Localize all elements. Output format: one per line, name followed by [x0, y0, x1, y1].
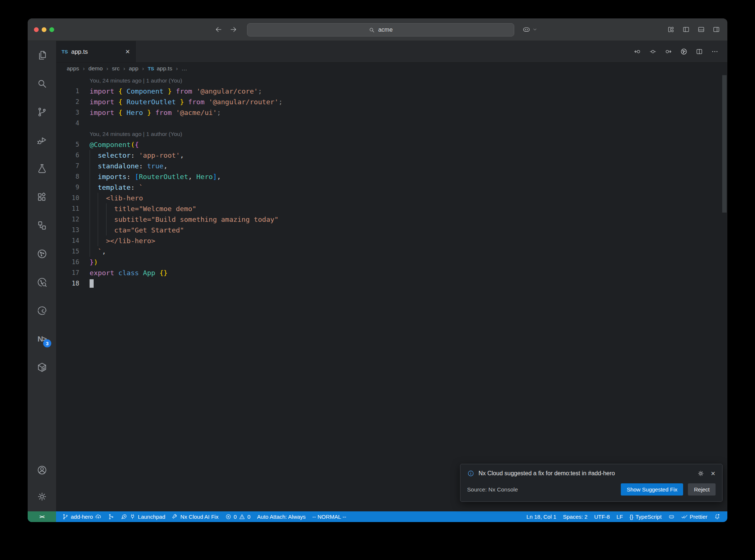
- show-suggested-fix-button[interactable]: Show Suggested Fix: [621, 483, 683, 496]
- status-encoding[interactable]: UTF-8: [591, 511, 613, 522]
- line-number[interactable]: 1: [56, 86, 79, 97]
- line-number[interactable]: 18: [56, 278, 79, 289]
- activity-item-testing[interactable]: [28, 154, 56, 183]
- breadcrumb-item[interactable]: apps: [67, 65, 79, 72]
- status-language-mode[interactable]: {}TypeScript: [626, 511, 665, 522]
- activity-item-source-control[interactable]: [28, 98, 56, 126]
- more-actions-button[interactable]: [711, 48, 719, 55]
- back-button[interactable]: [215, 26, 222, 33]
- activity-item-containers[interactable]: [28, 353, 56, 381]
- code-line[interactable]: 7 standalone: true,: [56, 161, 727, 171]
- status-eol[interactable]: LF: [613, 511, 626, 522]
- code-line[interactable]: 17export class App {}: [56, 267, 727, 278]
- status-git-graph[interactable]: [105, 511, 118, 522]
- notification-close-icon[interactable]: ✕: [711, 470, 716, 477]
- status-notifications-bell[interactable]: [711, 511, 724, 522]
- customize-layout-button[interactable]: [667, 26, 675, 33]
- toggle-secondary-sidebar-button[interactable]: [713, 26, 720, 33]
- status-auto-attach[interactable]: Auto Attach: Always: [254, 511, 309, 522]
- code-line[interactable]: 12 subtitle="Build something amazing tod…: [56, 214, 727, 225]
- code-line[interactable]: 3import { Hero } from '@acme/ui';: [56, 107, 727, 118]
- code-line[interactable]: 13 cta="Get Started": [56, 225, 727, 235]
- activity-item-edge-devtools[interactable]: [28, 296, 56, 325]
- line-number[interactable]: 10: [56, 193, 79, 203]
- line-number[interactable]: 6: [56, 150, 79, 161]
- activity-item-nx-console[interactable]: N>3: [28, 325, 56, 353]
- code-line[interactable]: 1import { Component } from '@angular/cor…: [56, 86, 727, 97]
- activity-item-nx-graph[interactable]: [28, 239, 56, 268]
- line-number[interactable]: 7: [56, 161, 79, 171]
- line-number[interactable]: 16: [56, 257, 79, 267]
- code-line[interactable]: 2import { RouterOutlet } from '@angular/…: [56, 97, 727, 107]
- code-line[interactable]: 11 title="Welcmoe demo": [56, 203, 727, 214]
- line-number[interactable]: 11: [56, 203, 79, 214]
- line-number[interactable]: 15: [56, 246, 79, 257]
- line-number[interactable]: 4: [56, 118, 79, 129]
- breadcrumb-tail[interactable]: …: [181, 65, 187, 72]
- code-line[interactable]: 4: [56, 118, 727, 129]
- forward-button[interactable]: [230, 26, 237, 33]
- scrollbar-thumb[interactable]: [722, 75, 727, 213]
- code-token: [90, 205, 114, 213]
- split-editor-button[interactable]: [696, 48, 703, 55]
- code-line[interactable]: 5@Component({: [56, 139, 727, 150]
- code-line[interactable]: 6 selector: 'app-root',: [56, 150, 727, 161]
- line-number[interactable]: 14: [56, 235, 79, 246]
- status-git-branch-add-hero[interactable]: add-hero: [59, 511, 105, 522]
- zoom-button[interactable]: [49, 27, 54, 32]
- close-tab-icon[interactable]: ✕: [125, 48, 130, 55]
- status-cursor-position[interactable]: Ln 18, Col 1: [523, 511, 560, 522]
- code-line[interactable]: 14 ></lib-hero>: [56, 235, 727, 246]
- status-vim-mode[interactable]: -- NORMAL --: [309, 511, 349, 522]
- navigate-forward-button[interactable]: [665, 48, 672, 55]
- activity-item-explorer[interactable]: [28, 41, 56, 69]
- line-number[interactable]: 12: [56, 214, 79, 225]
- line-number[interactable]: 17: [56, 267, 79, 278]
- close-button[interactable]: [34, 27, 39, 32]
- breadcrumb-item[interactable]: src: [112, 65, 120, 72]
- toggle-primary-sidebar-button[interactable]: [682, 26, 690, 33]
- activity-item-run-and-debug[interactable]: [28, 126, 56, 154]
- command-center-search[interactable]: acme: [247, 23, 514, 36]
- code-line[interactable]: 10 <lib-hero: [56, 193, 727, 203]
- status-prettier[interactable]: Prettier: [678, 511, 711, 522]
- code-editor[interactable]: You, 24 minutes ago | 1 author (You)1imp…: [56, 74, 727, 511]
- navigate-back-button[interactable]: [634, 48, 641, 55]
- line-number[interactable]: 2: [56, 97, 79, 107]
- line-number[interactable]: 5: [56, 139, 79, 150]
- breadcrumb-item[interactable]: demo: [88, 65, 103, 72]
- toggle-panel-button[interactable]: [697, 26, 705, 33]
- code-line[interactable]: 9 template: `: [56, 182, 727, 193]
- activity-item-project-hierarchy[interactable]: [28, 211, 56, 239]
- code-token: [90, 173, 98, 181]
- breadcrumb-file[interactable]: TSapp.ts: [148, 65, 173, 72]
- line-number[interactable]: 3: [56, 107, 79, 118]
- copilot-menu-button[interactable]: [522, 25, 537, 34]
- notification-settings-gear-icon[interactable]: [697, 470, 704, 477]
- breadcrumb-item[interactable]: app: [129, 65, 139, 72]
- current-position-button[interactable]: [649, 48, 657, 55]
- code-line[interactable]: 8 imports: [RouterOutlet, Hero],: [56, 171, 727, 182]
- activity-item-accounts[interactable]: [28, 457, 56, 483]
- line-number[interactable]: 8: [56, 171, 79, 182]
- code-line[interactable]: 15 `,: [56, 246, 727, 257]
- activity-item-manage-settings[interactable]: [28, 483, 56, 510]
- line-number[interactable]: 13: [56, 225, 79, 235]
- remote-indicator[interactable]: ><: [28, 511, 56, 522]
- line-number[interactable]: 9: [56, 182, 79, 193]
- code-line[interactable]: 18: [56, 278, 727, 289]
- status-problems[interactable]: 00: [222, 511, 254, 522]
- status-text: 0: [234, 514, 237, 520]
- minimize-button[interactable]: [42, 27, 46, 32]
- nx-graph-button[interactable]: [680, 48, 688, 55]
- activity-item-search[interactable]: [28, 69, 56, 98]
- activity-item-graph-search[interactable]: [28, 268, 56, 296]
- status-copilot-status[interactable]: [665, 511, 678, 522]
- code-line[interactable]: 16}): [56, 257, 727, 267]
- activity-item-extensions[interactable]: [28, 183, 56, 211]
- status-nx-cloud-ai-fix[interactable]: Nx Cloud AI Fix: [168, 511, 222, 522]
- status-indentation[interactable]: Spaces: 2: [560, 511, 591, 522]
- reject-button[interactable]: Reject: [688, 483, 716, 496]
- status-launchpad[interactable]: Launchpad: [118, 511, 168, 522]
- tab-app-ts[interactable]: TS app.ts ✕: [56, 41, 136, 62]
